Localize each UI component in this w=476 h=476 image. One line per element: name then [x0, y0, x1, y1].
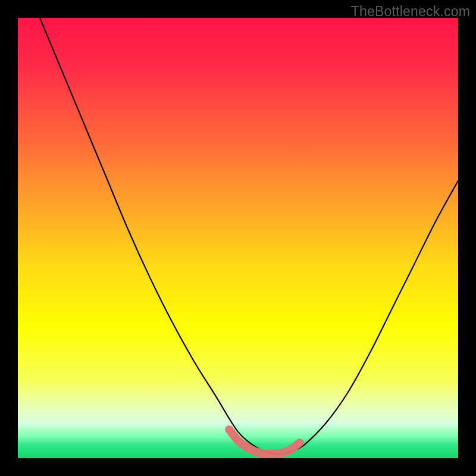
svg-rect-0: [18, 18, 458, 458]
watermark-label: TheBottleneck.com: [351, 4, 470, 20]
chart-frame: TheBottleneck.com: [0, 0, 476, 476]
background-gradient: [18, 18, 458, 458]
plot-area: [18, 18, 458, 458]
